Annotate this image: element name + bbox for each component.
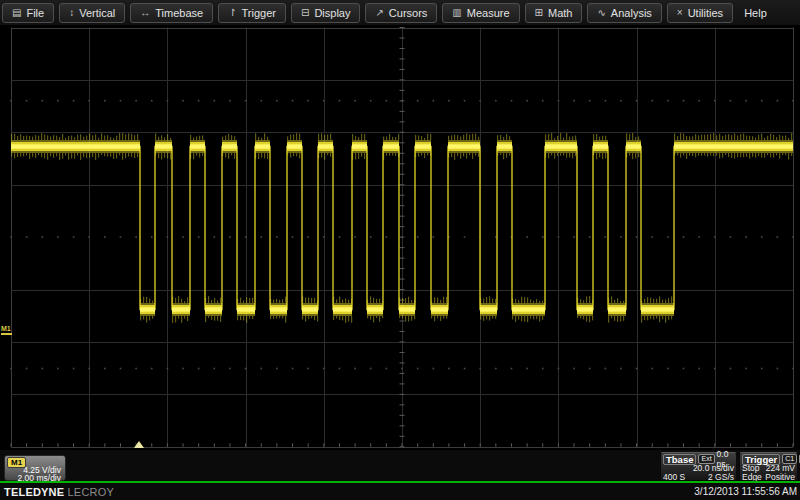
menu-help[interactable]: Help xyxy=(738,3,773,23)
menu-math-label: Math xyxy=(548,7,572,19)
menu-vertical-label: Vertical xyxy=(79,7,115,19)
status-bar: M1 4.25 V/div 2.00 ms/div Tbase Ext 0.0 … xyxy=(0,450,800,500)
horizontal-arrows-icon: ↔ xyxy=(140,8,150,18)
trigger-descriptor[interactable]: Trigger C1 DC Stop 224 mV Edge Positive xyxy=(739,452,798,481)
crossed-tools-icon: × xyxy=(677,8,683,18)
timebase-descriptor[interactable]: Tbase Ext 0.0 ns 20.0 ns/div 400 S 2 GS/… xyxy=(660,452,737,481)
channel-descriptor-m1[interactable]: M1 4.25 V/div 2.00 ms/div xyxy=(4,455,66,481)
graticule-and-trace xyxy=(0,25,800,450)
menu-display-label: Display xyxy=(314,7,350,19)
brand-teledyne: TELEDYNE xyxy=(4,486,64,498)
menu-bar: ▤File ↕Vertical ↔Timebase ↾Trigger ⊟Disp… xyxy=(0,0,800,25)
menu-help-label: Help xyxy=(744,7,767,19)
menu-analysis-label: Analysis xyxy=(611,7,652,19)
analysis-graph-icon: ∿ xyxy=(597,8,605,18)
calculator-icon: ⊞ xyxy=(535,8,543,18)
m1-trace-offset-marker[interactable]: M1 xyxy=(1,325,12,335)
menu-file[interactable]: ▤File xyxy=(2,3,54,23)
vertical-arrows-icon: ↕ xyxy=(69,8,74,18)
status-separator-line xyxy=(0,481,800,483)
menu-cursors-label: Cursors xyxy=(389,7,428,19)
menu-display[interactable]: ⊟Display xyxy=(291,3,360,23)
menu-vertical[interactable]: ↕Vertical xyxy=(59,3,125,23)
menu-trigger[interactable]: ↾Trigger xyxy=(218,3,286,23)
waveform-display: M1 xyxy=(0,25,800,450)
trigger-edge-icon: ↾ xyxy=(228,8,236,18)
menu-timebase-label: Timebase xyxy=(155,7,203,19)
brand-logo: TELEDYNE LECROY xyxy=(4,486,114,498)
trigger-position-marker[interactable] xyxy=(134,441,144,448)
menu-trigger-label: Trigger xyxy=(242,7,276,19)
tbase-title: Tbase xyxy=(663,454,696,465)
display-icon: ⊟ xyxy=(301,8,309,18)
menu-file-label: File xyxy=(26,7,44,19)
menu-analysis[interactable]: ∿Analysis xyxy=(587,3,661,23)
file-icon: ▤ xyxy=(12,8,21,18)
menu-measure-label: Measure xyxy=(467,7,510,19)
m1-marker-label: M1 xyxy=(1,325,11,332)
menu-utilities-label: Utilities xyxy=(688,7,723,19)
menu-math[interactable]: ⊞Math xyxy=(525,3,583,23)
ruler-icon: ▥ xyxy=(452,8,461,18)
menu-measure[interactable]: ▥Measure xyxy=(442,3,519,23)
menu-timebase[interactable]: ↔Timebase xyxy=(130,3,213,23)
menu-cursors[interactable]: ↗Cursors xyxy=(365,3,437,23)
cursor-arrow-icon: ↗ xyxy=(375,8,383,18)
datetime-display: 3/12/2013 11:55:56 AM xyxy=(694,486,797,497)
menu-utilities[interactable]: ×Utilities xyxy=(667,3,733,23)
oscilloscope-screen: ▤File ↕Vertical ↔Timebase ↾Trigger ⊟Disp… xyxy=(0,0,800,500)
m1-marker-underline xyxy=(1,333,12,335)
brand-lecroy: LECROY xyxy=(68,486,114,498)
